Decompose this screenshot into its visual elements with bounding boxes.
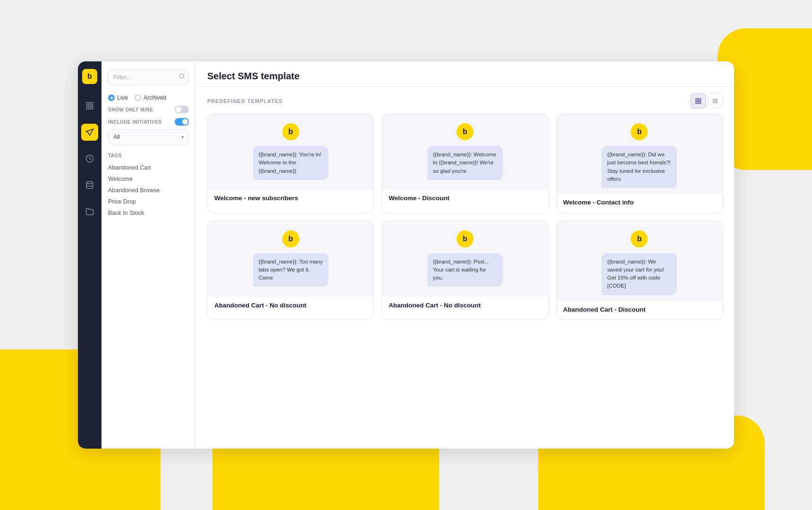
main-header: Select SMS template (196, 61, 734, 87)
view-toggles (691, 94, 723, 109)
sidebar-item-dashboard[interactable] (81, 97, 98, 114)
radio-archived-circle (135, 94, 141, 101)
tags-title: TAGS (108, 153, 189, 158)
sms-bubble-5: {{brand_name}}: Psst... Your cart is wai… (427, 253, 503, 287)
svg-line-7 (183, 77, 184, 78)
sidebar-item-data[interactable] (81, 177, 98, 194)
card-footer-4: Abandoned Cart - No discount (208, 297, 373, 315)
card-preview-2: b {{brand_name}}: Welcome to {{brand_nam… (382, 114, 548, 189)
sms-bubble-2: {{brand_name}}: Welcome to {{brand_name}… (427, 146, 503, 180)
predefined-templates-label: PREDEFINED TEMPLATES (207, 98, 283, 104)
modal-container: b Live (78, 61, 734, 449)
brand-icon-2: b (457, 123, 474, 140)
card-title-5: Abandoned Cart - No discount (389, 301, 541, 310)
include-initiatives-label: INCLUDE INITIATIVES (108, 119, 162, 125)
templates-header: PREDEFINED TEMPLATES (196, 87, 734, 113)
card-footer-1: Welcome - new subscribers (208, 189, 373, 208)
svg-rect-8 (696, 99, 698, 101)
card-title-3: Welcome - Contact info (563, 198, 716, 207)
card-footer-3: Welcome - Contact info (557, 194, 722, 212)
sms-bubble-1: {{brand_name}}: You're in! Welcome to th… (253, 146, 329, 180)
card-preview-5: b {{brand_name}}: Psst... Your cart is w… (382, 221, 548, 297)
template-card-4[interactable]: b {{brand_name}}: Too many tabs open? We… (207, 221, 374, 320)
card-preview-6: b {{brand_name}}: We saved your cart for… (557, 221, 722, 301)
brand-icon-3: b (631, 123, 648, 140)
brand-icon-5: b (457, 230, 474, 247)
card-footer-2: Welcome - Discount (382, 189, 548, 208)
card-title-1: Welcome - new subscribers (214, 194, 367, 203)
sms-bubble-6: {{brand_name}}: We saved your cart for y… (601, 253, 677, 295)
svg-rect-3 (91, 107, 93, 109)
svg-point-6 (180, 74, 184, 78)
filter-section (102, 61, 195, 90)
brand-icon-6: b (631, 230, 648, 247)
card-title-2: Welcome - Discount (389, 194, 541, 203)
show-only-mine-label: SHOW ONLY MINE (108, 107, 153, 112)
card-preview-1: b {{brand_name}}: You're in! Welcome to … (208, 114, 373, 189)
show-only-mine-toggle[interactable] (175, 106, 189, 113)
brand-icon-4: b (282, 230, 299, 247)
tag-back-in-stock[interactable]: Back In Stock (108, 207, 189, 219)
template-card-2[interactable]: b {{brand_name}}: Welcome to {{brand_nam… (381, 113, 548, 213)
card-footer-5: Abandoned Cart - No discount (382, 297, 548, 315)
svg-rect-1 (91, 102, 93, 105)
radio-live-circle (108, 94, 115, 101)
tag-abandoned-cart[interactable]: Abandoned Cart (108, 162, 189, 173)
sidebar-item-history[interactable] (81, 150, 98, 167)
initiatives-select-wrap: All None Campaign A ▾ (108, 129, 189, 144)
tag-welcome[interactable]: Welcome (108, 173, 189, 185)
radio-live-label: Live (117, 94, 128, 101)
svg-point-5 (86, 182, 93, 184)
svg-rect-0 (86, 102, 89, 105)
filter-input-wrap (108, 69, 189, 85)
show-only-mine-row: SHOW ONLY MINE (102, 101, 195, 115)
sidebar: b (78, 61, 102, 449)
sidebar-logo: b (82, 69, 97, 84)
tag-abandoned-browse[interactable]: Abandoned Browse (108, 185, 189, 196)
radio-archived-label: Archived (144, 94, 167, 101)
template-card-3[interactable]: b {{brand_name}}: Did we just become bes… (556, 113, 723, 213)
card-footer-6: Abandoned Cart - Discount (557, 301, 722, 320)
card-preview-4: b {{brand_name}}: Too many tabs open? We… (208, 221, 373, 297)
sidebar-item-files[interactable] (81, 203, 98, 220)
card-title-4: Abandoned Cart - No discount (214, 301, 367, 310)
tags-section: TAGS Abandoned Cart Welcome Abandoned Br… (102, 149, 195, 222)
card-title-6: Abandoned Cart - Discount (563, 306, 716, 314)
sms-bubble-3: {{brand_name}}: Did we just become best … (601, 146, 677, 188)
grid-view-button[interactable] (691, 94, 706, 109)
template-card-5[interactable]: b {{brand_name}}: Psst... Your cart is w… (381, 221, 548, 320)
radio-live[interactable]: Live (108, 94, 128, 101)
main-content: Select SMS template PREDEFINED TEMPLATES… (196, 61, 734, 449)
svg-rect-2 (86, 107, 89, 109)
radio-group: Live Archived (102, 90, 195, 101)
include-initiatives-toggle[interactable] (175, 118, 189, 126)
page-title: Select SMS template (207, 71, 300, 82)
tag-price-drop[interactable]: Price Drop (108, 196, 189, 207)
left-panel: Live Archived SHOW ONLY MINE INCLUDE INI… (102, 61, 196, 449)
card-preview-3: b {{brand_name}}: Did we just become bes… (557, 114, 722, 194)
template-card-6[interactable]: b {{brand_name}}: We saved your cart for… (556, 221, 723, 320)
initiatives-select[interactable]: All None Campaign A (108, 129, 189, 144)
sidebar-item-campaigns[interactable] (81, 124, 98, 141)
search-icon (179, 73, 185, 81)
svg-rect-10 (696, 102, 698, 103)
svg-rect-11 (699, 102, 701, 103)
radio-archived[interactable]: Archived (135, 94, 167, 101)
include-initiatives-row: INCLUDE INITIATIVES (102, 115, 195, 128)
sms-bubble-4: {{brand_name}}: Too many tabs open? We g… (253, 253, 329, 287)
templates-grid: b {{brand_name}}: You're in! Welcome to … (196, 113, 734, 449)
svg-rect-9 (699, 99, 701, 101)
list-view-button[interactable] (708, 94, 723, 109)
brand-icon-1: b (282, 123, 299, 140)
filter-input[interactable] (108, 69, 189, 85)
template-card-1[interactable]: b {{brand_name}}: You're in! Welcome to … (207, 113, 374, 213)
